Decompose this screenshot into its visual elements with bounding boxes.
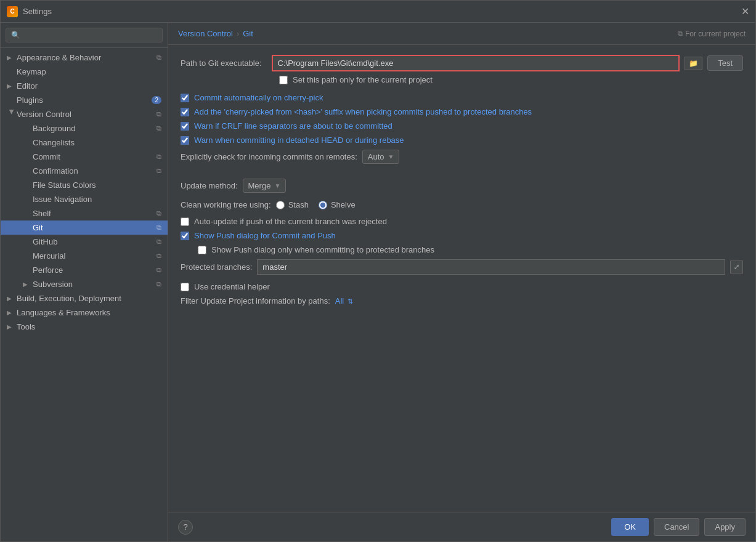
sidebar-item-appearance[interactable]: ▶ Appearance & Behavior ⧉	[1, 51, 168, 65]
show-push-checkbox[interactable]	[181, 232, 189, 240]
filter-arrow-icon: ⇅	[348, 297, 353, 305]
section-gap	[181, 171, 743, 179]
copy-icon: ⧉	[156, 224, 161, 232]
filter-value-link[interactable]: All ⇅	[335, 296, 353, 305]
incoming-value: Auto	[368, 152, 384, 161]
help-button[interactable]: ?	[178, 520, 193, 535]
shelve-radio[interactable]	[319, 201, 327, 209]
sidebar-item-changelists[interactable]: Changelists	[1, 136, 168, 150]
detached-row: Warn when committing in detached HEAD or…	[181, 136, 743, 145]
set-path-label: Set this path only for the current proje…	[293, 75, 433, 84]
update-method-label: Update method:	[181, 181, 238, 190]
sidebar-item-label: Changelists	[33, 138, 161, 147]
copy-icon: ⧉	[156, 153, 161, 161]
git-path-label: Path to Git executable:	[181, 59, 262, 68]
show-push-protected-label: Show Push dialog only when committing to…	[211, 245, 434, 254]
auto-update-checkbox[interactable]	[181, 217, 189, 226]
detached-checkbox[interactable]	[181, 136, 189, 145]
sidebar-item-issue-nav[interactable]: Issue Navigation	[1, 192, 168, 206]
sidebar-item-subversion[interactable]: ▶ Subversion ⧉	[1, 277, 168, 291]
sidebar-item-label: Build, Execution, Deployment	[17, 294, 161, 303]
breadcrumb-project-link[interactable]: ⧉ For current project	[678, 30, 746, 38]
ok-button[interactable]: OK	[611, 518, 649, 536]
credential-checkbox[interactable]	[181, 283, 189, 291]
git-path-input[interactable]	[272, 55, 680, 71]
filter-row: Filter Update Project information by pat…	[181, 296, 743, 305]
arrow-icon: ▶	[7, 54, 17, 61]
sidebar-item-languages[interactable]: ▶ Languages & Frameworks	[1, 305, 168, 320]
breadcrumb: Version Control › Git ⧉ For current proj…	[168, 23, 755, 45]
radio-group: Stash Shelve	[276, 200, 356, 209]
search-box	[1, 23, 168, 48]
sidebar-item-label: Git	[33, 223, 154, 232]
protected-branches-input[interactable]	[257, 259, 725, 275]
incoming-dropdown[interactable]: Auto ▼	[362, 150, 400, 164]
stash-radio[interactable]	[276, 201, 285, 209]
cancel-button[interactable]: Cancel	[654, 518, 699, 536]
sidebar-item-label: GitHub	[33, 237, 154, 246]
crlf-label: Warn if CRLF line separators are about t…	[194, 121, 392, 131]
expand-button[interactable]: ⤢	[730, 261, 743, 273]
cherry-pick-checkbox[interactable]	[181, 94, 189, 102]
crlf-row: Warn if CRLF line separators are about t…	[181, 121, 743, 131]
cherry-hash-label: Add the 'cherry-picked from <hash>' suff…	[194, 107, 532, 116]
search-input[interactable]	[6, 28, 163, 42]
test-button[interactable]: Test	[707, 55, 743, 71]
sidebar-item-shelf[interactable]: Shelf ⧉	[1, 206, 168, 220]
copy-icon: ⧉	[156, 280, 161, 288]
clean-tree-row: Clean working tree using: Stash Shelve	[181, 200, 743, 209]
breadcrumb-parent[interactable]: Version Control	[178, 29, 233, 38]
sidebar-item-mercurial[interactable]: Mercurial ⧉	[1, 249, 168, 263]
shelve-option: Shelve	[319, 200, 356, 209]
copy-icon: ⧉	[156, 252, 161, 260]
main-content: ▶ Appearance & Behavior ⧉ Keymap ▶ Edito…	[1, 23, 755, 541]
arrow-icon: ▶	[7, 83, 17, 89]
sidebar-item-build[interactable]: ▶ Build, Execution, Deployment	[1, 291, 168, 305]
sidebar-item-label: Languages & Frameworks	[17, 308, 161, 317]
crlf-checkbox[interactable]	[181, 122, 189, 131]
sidebar-item-file-status[interactable]: File Status Colors	[1, 178, 168, 192]
copy-icon: ⧉	[156, 238, 161, 246]
sidebar-item-confirmation[interactable]: Confirmation ⧉	[1, 164, 168, 178]
set-path-row: Set this path only for the current proje…	[181, 75, 743, 84]
update-method-dropdown[interactable]: Merge ▼	[243, 179, 287, 193]
settings-window: C Settings ✕ ▶ Appearance & Behavior ⧉ K…	[0, 0, 756, 542]
copy-icon: ⧉	[156, 209, 161, 217]
arrow-icon: ▶	[7, 295, 17, 302]
sidebar-item-label: Version Control	[17, 110, 154, 119]
auto-update-label: Auto-update if push of the current branc…	[194, 217, 387, 226]
sidebar-item-perforce[interactable]: Perforce ⧉	[1, 263, 168, 277]
content-panel: Version Control › Git ⧉ For current proj…	[168, 23, 755, 541]
project-label: For current project	[685, 30, 746, 38]
arrow-icon: ▶	[23, 281, 33, 288]
sidebar-item-label: Plugins	[17, 95, 149, 105]
sidebar-item-git[interactable]: Git ⧉	[1, 220, 168, 235]
sidebar-item-label: Keymap	[17, 67, 161, 76]
chevron-down-icon: ▼	[274, 182, 280, 189]
breadcrumb-current: Git	[243, 29, 253, 38]
cherry-hash-checkbox[interactable]	[181, 108, 189, 116]
breadcrumb-separator: ›	[237, 29, 239, 38]
set-path-checkbox[interactable]	[279, 76, 288, 84]
sidebar-item-editor[interactable]: ▶ Editor	[1, 79, 168, 93]
sidebar-item-label: File Status Colors	[33, 180, 161, 190]
apply-button[interactable]: Apply	[704, 518, 746, 536]
copy-icon: ⧉	[156, 124, 161, 132]
sidebar-item-commit[interactable]: Commit ⧉	[1, 150, 168, 164]
git-path-row: Path to Git executable: 📁 Test	[181, 55, 743, 71]
cherry-hash-row: Add the 'cherry-picked from <hash>' suff…	[181, 107, 743, 116]
stash-label: Stash	[288, 200, 309, 209]
bottom-bar: ? OK Cancel Apply	[168, 512, 755, 541]
sidebar-item-background[interactable]: Background ⧉	[1, 121, 168, 136]
folder-browse-button[interactable]: 📁	[685, 57, 702, 70]
sidebar-item-version-control[interactable]: ▶ Version Control ⧉	[1, 107, 168, 121]
show-push-protected-checkbox[interactable]	[198, 246, 206, 254]
sidebar-item-github[interactable]: GitHub ⧉	[1, 235, 168, 249]
sidebar-item-tools[interactable]: ▶ Tools	[1, 320, 168, 334]
copy-icon: ⧉	[156, 266, 161, 274]
sidebar-item-plugins[interactable]: Plugins 2	[1, 93, 168, 107]
sidebar-item-keymap[interactable]: Keymap	[1, 65, 168, 79]
close-button[interactable]: ✕	[741, 6, 749, 17]
protected-branches-label: Protected branches:	[181, 262, 252, 272]
copy-icon: ⧉	[156, 167, 161, 175]
